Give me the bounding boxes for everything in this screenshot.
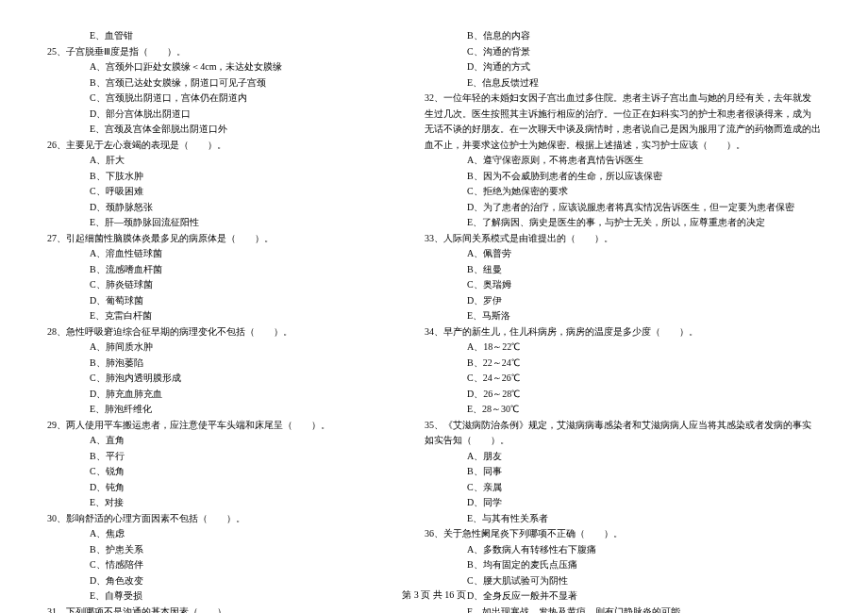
left-column: E、血管钳25、子宫脱垂Ⅲ度是指（ ）。A、宫颈外口距处女膜缘＜4cm，未达处女… <box>47 28 396 613</box>
question-stem: 30、影响舒适的心理方面因素不包括（ ）。 <box>47 511 396 527</box>
option-item: C、呼吸困难 <box>47 184 396 200</box>
question-stem: 32、一位年轻的未婚妇女因子宫出血过多住院。患者主诉子宫出血与她的月经有关，去年… <box>425 91 821 107</box>
option-item: E、血管钳 <box>47 28 396 44</box>
option-item: C、沟通的背景 <box>425 44 821 60</box>
option-item: B、信息的内容 <box>425 28 821 44</box>
question-stem: 25、子宫脱垂Ⅲ度是指（ ）。 <box>47 44 396 60</box>
option-item: A、佩普劳 <box>425 246 821 262</box>
question-stem: 26、主要见于左心衰竭的表现是（ ）。 <box>47 138 396 154</box>
option-item: C、奥瑞姆 <box>425 277 821 293</box>
option-item: B、流感嗜血杆菌 <box>47 262 396 278</box>
option-item: D、葡萄球菌 <box>47 293 396 309</box>
option-item: B、平行 <box>47 449 396 465</box>
question-stem: 31、下列哪项不是沟通的基本因素（ ）。 <box>47 605 396 614</box>
option-item: E、肺泡纤维化 <box>47 402 396 418</box>
option-item: A、朋友 <box>425 449 821 465</box>
option-item: B、因为不会威胁到患者的生命，所以应该保密 <box>425 169 821 185</box>
question-stem: 27、引起细菌性脑膜体炎最多见的病原体是（ ）。 <box>47 231 396 247</box>
option-item: E、马斯洛 <box>425 308 821 324</box>
option-item: A、遵守保密原则，不将患者真情告诉医生 <box>425 153 821 169</box>
option-item: B、22～24℃ <box>425 356 821 372</box>
option-item: D、罗伊 <box>425 293 821 309</box>
option-item: D、部分宫体脱出阴道口 <box>47 107 396 123</box>
option-item: C、亲属 <box>425 480 821 496</box>
option-item: B、肺泡萎陷 <box>47 356 396 372</box>
option-item: C、肺炎链球菌 <box>47 277 396 293</box>
option-item: B、同事 <box>425 464 821 480</box>
question-stem: 33、人际间关系模式是由谁提出的（ ）。 <box>425 231 821 247</box>
option-item: A、溶血性链球菌 <box>47 246 396 262</box>
question-stem: 28、急性呼吸窘迫综合征早期的病理变化不包括（ ）。 <box>47 324 396 340</box>
option-item: D、同学 <box>425 495 821 511</box>
option-item: D、肺充血肺充血 <box>47 387 396 403</box>
option-item: E、对接 <box>47 495 396 511</box>
option-item: E、与其有性关系者 <box>425 511 821 527</box>
option-item: A、多数病人有转移性右下腹痛 <box>425 542 821 558</box>
question-stem: 如实告知（ ）。 <box>425 433 821 449</box>
option-item: E、信息反馈过程 <box>425 75 821 91</box>
option-item: A、宫颈外口距处女膜缘＜4cm，未达处女膜缘 <box>47 59 396 75</box>
option-item: B、宫颈已达处女膜缘，阴道口可见子宫颈 <box>47 75 396 91</box>
option-item: D、为了患者的治疗，应该说服患者将真实情况告诉医生，但一定要为患者保密 <box>425 200 821 216</box>
option-item: E、了解病因、病史是医生的事，与护士无关，所以，应尊重患者的决定 <box>425 215 821 231</box>
question-stem: 36、关于急性阑尾炎下列哪项不正确（ ）。 <box>425 526 821 542</box>
option-item: A、焦虑 <box>47 526 396 542</box>
option-item: B、纽曼 <box>425 262 821 278</box>
page-footer: 第 3 页 共 16 页 <box>0 588 868 602</box>
option-item: C、腰大肌试验可为阴性 <box>425 573 821 589</box>
option-item: D、沟通的方式 <box>425 59 821 75</box>
option-item: E、28～30℃ <box>425 402 821 418</box>
question-stem: 35、《艾滋病防治条例》规定，艾滋病病毒感染者和艾滋病病人应当将其感染或者发病的… <box>425 418 821 434</box>
option-item: E、如出现寒战、发热及黄疸，则有门静脉炎的可能 <box>425 605 821 614</box>
option-item: C、情感陪伴 <box>47 557 396 573</box>
option-item: B、均有固定的麦氏点压痛 <box>425 557 821 573</box>
right-column: B、信息的内容C、沟通的背景D、沟通的方式E、信息反馈过程32、一位年轻的未婚妇… <box>425 28 821 613</box>
option-item: A、肺间质水肿 <box>47 340 396 356</box>
question-stem: 无话不谈的好朋友。在一次聊天中谈及病情时，患者说自己是因为服用了流产的药物而造成… <box>425 122 821 138</box>
option-item: B、下肢水肿 <box>47 169 396 185</box>
option-item: A、18～22℃ <box>425 340 821 356</box>
option-item: C、24～26℃ <box>425 371 821 387</box>
question-stem: 血不止，并要求这位护士为她保密。根据上述描述，实习护士应该（ ）。 <box>425 138 821 154</box>
option-item: A、直角 <box>47 433 396 449</box>
option-item: D、26～28℃ <box>425 387 821 403</box>
option-item: D、钝角 <box>47 480 396 496</box>
option-item: C、锐角 <box>47 464 396 480</box>
option-item: D、颈静脉怒张 <box>47 200 396 216</box>
option-item: D、角色改变 <box>47 573 396 589</box>
option-item: E、肝—颈静脉回流征阳性 <box>47 215 396 231</box>
question-stem: 生过几次。医生按照其主诉施行相应的治疗。一位正在妇科实习的护士和患者很谈得来，成… <box>425 107 821 123</box>
page-content: E、血管钳25、子宫脱垂Ⅲ度是指（ ）。A、宫颈外口距处女膜缘＜4cm，未达处女… <box>0 0 868 613</box>
option-item: E、克雷白杆菌 <box>47 308 396 324</box>
option-item: C、宫颈脱出阴道口，宫体仍在阴道内 <box>47 91 396 107</box>
option-item: C、肺泡内透明膜形成 <box>47 371 396 387</box>
question-stem: 34、早产的新生儿，住儿科病房，病房的温度是多少度（ ）。 <box>425 324 821 340</box>
question-stem: 29、两人使用平车搬运患者，应注意使平车头端和床尾呈（ ）。 <box>47 418 396 434</box>
option-item: B、护患关系 <box>47 542 396 558</box>
option-item: A、肝大 <box>47 153 396 169</box>
option-item: E、宫颈及宫体全部脱出阴道口外 <box>47 122 396 138</box>
option-item: C、拒绝为她保密的要求 <box>425 184 821 200</box>
